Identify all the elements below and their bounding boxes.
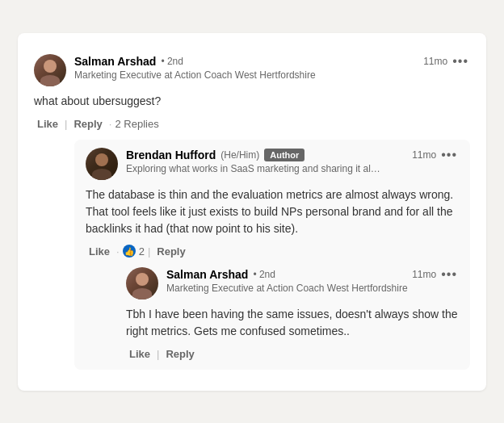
comment-title-1: Marketing Executive at Action Coach West…	[74, 69, 333, 81]
comment-time-2: 11mo	[412, 149, 436, 161]
options-menu-icon-2[interactable]: •••	[439, 148, 459, 162]
comment-author-name-2: Brendan Hufford	[126, 149, 216, 161]
comment-body-3: Tbh I have been having the same issues, …	[126, 306, 459, 340]
nested-comment-block: Brendan Hufford (He/Him) Author 11mo •••…	[74, 140, 470, 370]
comment-author-name-3: Salman Arshad	[166, 268, 248, 281]
avatar-salman-1	[34, 54, 66, 86]
action-sep-5: |	[157, 348, 159, 360]
comment-meta-3: Salman Arshad • 2nd 11mo ••• Marketing E…	[166, 267, 459, 294]
comment-name-left-2: Brendan Hufford (He/Him) Author	[126, 149, 304, 161]
comment-pronouns-2: (He/Him)	[220, 149, 259, 161]
comment-header-2: Brendan Hufford (He/Him) Author 11mo •••…	[86, 148, 459, 180]
action-sep-4: |	[148, 245, 150, 258]
comment-header-1: Salman Arshad • 2nd 11mo ••• Marketing E…	[34, 54, 470, 86]
nested-comment-inner: Brendan Hufford (He/Him) Author 11mo •••…	[74, 140, 470, 370]
comment-name-row-2: Brendan Hufford (He/Him) Author 11mo •••	[126, 148, 459, 162]
like-button-3[interactable]: Like	[126, 346, 153, 362]
comment-time-options-1: 11mo •••	[423, 54, 470, 69]
options-menu-icon-1[interactable]: •••	[451, 54, 470, 69]
options-menu-icon-3[interactable]: •••	[439, 267, 459, 282]
reply-button-2[interactable]: Reply	[153, 244, 188, 259]
comment-degree-1: • 2nd	[161, 56, 183, 67]
like-button-1[interactable]: Like	[34, 116, 61, 132]
comment-meta-2: Brendan Hufford (He/Him) Author 11mo •••…	[126, 148, 459, 174]
action-sep-3: ·	[116, 245, 120, 258]
comment-time-options-3: 11mo •••	[412, 267, 459, 282]
replies-count-1: 2 Replies	[115, 118, 158, 130]
comment-meta-1: Salman Arshad • 2nd 11mo ••• Marketing E…	[74, 54, 470, 81]
comment-degree-3: • 2nd	[253, 269, 275, 280]
comment-body-1: what about ubersuggest?	[34, 93, 470, 110]
comments-container: Salman Arshad • 2nd 11mo ••• Marketing E…	[18, 33, 486, 391]
comment-time-1: 11mo	[423, 56, 447, 67]
double-nested-comment-block: Salman Arshad • 2nd 11mo ••• Marketing E…	[126, 267, 459, 362]
reaction-count: 2	[139, 245, 145, 258]
comment-actions-3: Like | Reply	[126, 346, 459, 362]
comment-name-left-1: Salman Arshad • 2nd	[74, 55, 183, 68]
comment-name-left-3: Salman Arshad • 2nd	[166, 268, 275, 281]
author-badge: Author	[264, 149, 304, 161]
comment-author-name-1: Salman Arshad	[74, 55, 156, 68]
action-sep-1: |	[65, 118, 67, 130]
comment-time-options-2: 11mo •••	[412, 148, 459, 162]
reactions-row: 👍 2	[123, 245, 145, 258]
avatar-brendan	[86, 148, 118, 180]
comment-body-2: The database is thin and the evaluation …	[86, 186, 459, 237]
like-button-2[interactable]: Like	[86, 244, 113, 259]
comment-actions-1: Like | Reply · 2 Replies	[34, 116, 470, 132]
reply-button-1[interactable]: Reply	[70, 116, 105, 132]
like-reaction-icon: 👍	[123, 245, 136, 258]
reply-button-3[interactable]: Reply	[162, 346, 197, 362]
avatar-salman-2	[126, 267, 158, 299]
comment-block-1: Salman Arshad • 2nd 11mo ••• Marketing E…	[34, 46, 470, 378]
comment-header-3: Salman Arshad • 2nd 11mo ••• Marketing E…	[126, 267, 459, 299]
action-sep-2: ·	[109, 118, 112, 130]
comment-name-row-3: Salman Arshad • 2nd 11mo •••	[166, 267, 459, 282]
comment-name-row-1: Salman Arshad • 2nd 11mo •••	[74, 54, 470, 69]
comment-title-2: Exploring what works in SaaS marketing a…	[126, 163, 384, 174]
comment-title-3: Marketing Executive at Action Coach West…	[166, 283, 425, 294]
comment-time-3: 11mo	[412, 269, 436, 280]
comment-actions-2: Like · 👍 2 | Reply	[86, 244, 459, 259]
